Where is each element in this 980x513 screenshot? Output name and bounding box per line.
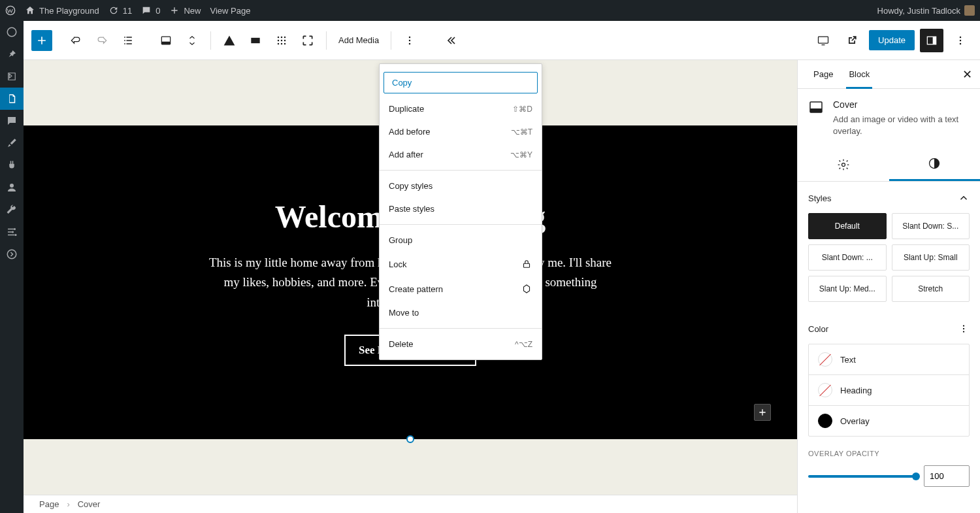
view-page-link[interactable]: View Page xyxy=(210,6,251,16)
refresh-icon xyxy=(108,5,119,16)
home-icon xyxy=(25,5,35,16)
plus-icon xyxy=(169,5,180,16)
site-home-link[interactable]: The Playground xyxy=(25,5,99,16)
admin-bar: The Playground 11 0 New View Page Howdy,… xyxy=(0,0,980,21)
comment-icon xyxy=(141,5,152,16)
updates-link[interactable]: 11 xyxy=(108,5,132,16)
user-greeting[interactable]: Howdy, Justin Tadlock xyxy=(877,5,975,16)
new-link[interactable]: New xyxy=(169,5,201,16)
site-name: The Playground xyxy=(39,6,99,16)
wp-logo[interactable] xyxy=(5,5,16,16)
comments-count: 0 xyxy=(155,6,160,16)
comments-link[interactable]: 0 xyxy=(141,5,160,16)
updates-count: 11 xyxy=(123,6,132,16)
avatar xyxy=(964,5,975,16)
